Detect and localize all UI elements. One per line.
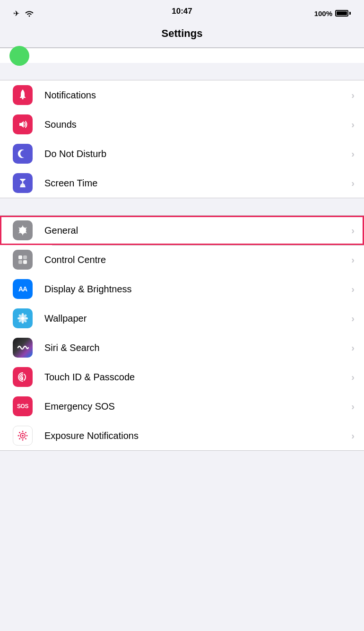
cc-icon-box xyxy=(13,250,33,270)
sos-chevron: › xyxy=(351,401,355,412)
touchid-icon-wrap xyxy=(9,364,36,390)
cc-label: Control Centre xyxy=(44,254,351,265)
sidebar-item-wallpaper[interactable]: Wallpaper › xyxy=(0,304,364,333)
speaker-icon xyxy=(17,118,29,131)
svg-point-21 xyxy=(22,431,24,432)
control-centre-icon xyxy=(16,253,29,266)
display-chevron: › xyxy=(351,284,355,295)
status-time: 10:47 xyxy=(172,7,192,16)
svg-point-27 xyxy=(19,438,20,439)
battery-percent: 100% xyxy=(314,9,332,18)
fingerprint-icon xyxy=(16,370,29,384)
svg-point-1 xyxy=(22,90,24,91)
svg-rect-6 xyxy=(18,255,22,259)
cc-icon-wrap xyxy=(9,246,36,273)
touchid-label: Touch ID & Passcode xyxy=(44,372,351,383)
nav-bar: Settings xyxy=(0,24,364,48)
sounds-chevron: › xyxy=(351,119,355,130)
dnd-icon-box xyxy=(13,144,33,164)
sidebar-item-control-centre[interactable]: Control Centre › xyxy=(0,245,364,274)
svg-point-20 xyxy=(22,435,24,437)
dnd-icon-wrap xyxy=(9,140,36,167)
notifications-icon-wrap xyxy=(9,82,36,108)
sidebar-item-general[interactable]: General › xyxy=(0,216,364,245)
status-right-icons: 100% xyxy=(314,9,351,18)
dnd-label: Do Not Disturb xyxy=(44,149,351,159)
svg-rect-7 xyxy=(23,255,27,259)
cc-chevron: › xyxy=(351,254,355,265)
sidebar-item-exposure-notifications[interactable]: Exposure Notifications › xyxy=(0,421,364,450)
screentime-chevron: › xyxy=(351,178,355,189)
wallpaper-chevron: › xyxy=(351,313,355,324)
general-icon-wrap xyxy=(9,217,36,244)
notifications-icon-box xyxy=(13,85,33,105)
section-spacer-1 xyxy=(0,63,364,80)
sidebar-item-screen-time[interactable]: Screen Time › xyxy=(0,168,364,198)
sidebar-item-sounds[interactable]: Sounds › xyxy=(0,110,364,139)
svg-rect-0 xyxy=(22,98,24,99)
airplane-icon: ✈ xyxy=(13,9,19,18)
bell-icon xyxy=(17,89,29,101)
section-spacer-2 xyxy=(0,198,364,215)
screentime-label: Screen Time xyxy=(44,178,351,189)
notifications-chevron: › xyxy=(351,90,355,101)
hourglass-icon xyxy=(17,177,29,189)
sos-icon-box: SOS xyxy=(13,396,33,416)
dnd-chevron: › xyxy=(351,149,355,159)
settings-group-2: General › Control Centre › AA Display & … xyxy=(0,215,364,451)
general-label: General xyxy=(44,225,351,236)
svg-point-22 xyxy=(22,439,24,441)
sidebar-item-notifications[interactable]: Notifications › xyxy=(0,80,364,110)
svg-point-26 xyxy=(25,432,26,433)
exposure-icon-box xyxy=(13,426,33,446)
siri-chevron: › xyxy=(351,342,355,353)
svg-rect-8 xyxy=(18,260,22,264)
touchid-icon-box xyxy=(13,367,33,387)
wallpaper-icon-wrap xyxy=(9,305,36,332)
svg-point-24 xyxy=(26,435,28,437)
sounds-icon-box xyxy=(13,114,33,134)
svg-rect-9 xyxy=(23,260,27,264)
exposure-label: Exposure Notifications xyxy=(44,430,351,441)
sos-icon-wrap: SOS xyxy=(9,393,36,420)
svg-point-23 xyxy=(18,435,19,437)
settings-group-1: Notifications › Sounds › Do Not Dist xyxy=(0,80,364,198)
touchid-chevron: › xyxy=(351,372,355,383)
display-icon-box: AA xyxy=(13,279,33,299)
siri-icon-box xyxy=(13,338,33,358)
svg-marker-2 xyxy=(19,121,24,128)
sidebar-item-emergency-sos[interactable]: SOS Emergency SOS › xyxy=(0,392,364,421)
wifi-icon xyxy=(24,9,35,17)
display-label: Display & Brightness xyxy=(44,284,351,295)
partial-prev-icon xyxy=(9,46,29,66)
screentime-icon-wrap xyxy=(9,170,36,196)
exposure-icon xyxy=(16,429,29,442)
sidebar-item-touch-id[interactable]: Touch ID & Passcode › xyxy=(0,362,364,392)
page-title: Settings xyxy=(162,27,203,39)
sidebar-item-display-brightness[interactable]: AA Display & Brightness › xyxy=(0,274,364,304)
flower-icon xyxy=(16,312,29,325)
siri-label: Siri & Search xyxy=(44,342,351,353)
general-icon-box xyxy=(13,220,33,240)
sidebar-item-siri-search[interactable]: Siri & Search › xyxy=(0,333,364,362)
wallpaper-icon-box xyxy=(13,308,33,328)
exposure-icon-wrap xyxy=(9,422,36,449)
siri-icon-wrap xyxy=(9,334,36,361)
sounds-label: Sounds xyxy=(44,119,351,130)
sounds-icon-wrap xyxy=(9,111,36,138)
status-left-icons: ✈ xyxy=(13,9,35,18)
general-chevron: › xyxy=(351,225,355,236)
svg-rect-4 xyxy=(20,186,26,187)
aa-text-icon: AA xyxy=(18,285,27,293)
notifications-label: Notifications xyxy=(44,90,351,101)
svg-point-28 xyxy=(25,438,26,439)
sos-text-icon: SOS xyxy=(17,403,28,410)
sidebar-item-do-not-disturb[interactable]: Do Not Disturb › xyxy=(0,139,364,168)
svg-point-25 xyxy=(19,432,20,433)
battery-icon xyxy=(335,10,351,17)
exposure-chevron: › xyxy=(351,430,355,441)
status-bar: ✈ 10:47 100% xyxy=(0,0,364,24)
display-icon-wrap: AA xyxy=(9,276,36,302)
wallpaper-label: Wallpaper xyxy=(44,313,351,324)
svg-rect-3 xyxy=(20,179,26,180)
